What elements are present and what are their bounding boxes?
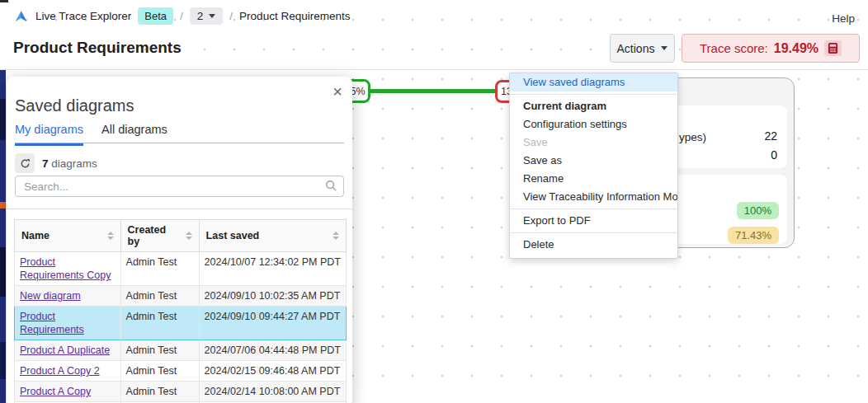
sort-icon[interactable] <box>181 232 192 240</box>
diagram-link[interactable]: Product Requirements Copy <box>20 256 111 281</box>
menu-item-save-as[interactable]: Save as <box>510 152 677 170</box>
diagram-link[interactable]: Product A Copy <box>20 386 91 397</box>
actions-button[interactable]: Actions <box>610 34 675 63</box>
breadcrumb-separator: / <box>180 10 183 22</box>
last-saved-cell: 2024/09/10 09:44:27 AM PDT <box>199 307 346 340</box>
created-by-cell: Admin Test <box>120 252 199 286</box>
trace-link-line <box>363 89 505 93</box>
clipped-left-content <box>0 70 6 403</box>
trace-score-value: 19.49% <box>774 41 818 56</box>
table-row-selected[interactable]: Product Requirements Admin Test 2024/09/… <box>15 307 347 340</box>
sort-icon[interactable] <box>328 232 339 240</box>
page-title: Product Requirements <box>13 39 182 57</box>
table-row[interactable]: New diagram Admin Test 2024/09/10 10:02:… <box>15 286 347 307</box>
tabs-divider <box>15 143 344 143</box>
menu-section-current-diagram: Current diagram <box>510 97 677 115</box>
last-saved-cell: 2024/10/07 12:34:02 PM PDT <box>199 252 346 286</box>
saved-diagrams-table: Name Created by Last saved Product Requi… <box>14 219 347 403</box>
actions-button-label: Actions <box>617 42 655 55</box>
search-icon <box>325 180 337 195</box>
menu-item-rename[interactable]: Rename <box>510 170 677 188</box>
node-badge-text: 5% <box>350 86 365 97</box>
breadcrumb-separator: / <box>229 10 233 22</box>
created-by-cell: Admin Test <box>120 286 199 307</box>
clipped-left-segment <box>0 342 6 379</box>
app-logo-icon <box>13 9 29 24</box>
diagram-count-row: 7 diagrams <box>15 153 97 173</box>
live-trace-explorer-app: { "topbar": { "app_title": "Live Trace E… <box>0 0 868 403</box>
chevron-down-icon <box>661 46 668 50</box>
header-divider <box>0 69 868 70</box>
diagram-link[interactable]: Product Requirements <box>20 311 84 335</box>
table-row[interactable]: Product Requirements Copy Admin Test 202… <box>15 252 347 286</box>
actions-dropdown-menu: View saved diagrams Current diagram Conf… <box>509 73 678 259</box>
menu-item-save[interactable]: Save <box>510 134 677 152</box>
percent-badge-amber: 71.43% <box>728 227 779 244</box>
summary-count-top: 22 <box>764 129 777 143</box>
trace-score-badge: Trace score: 19.49% <box>682 34 860 63</box>
column-header-last-saved[interactable]: Last saved <box>199 220 346 252</box>
created-by-cell: Admin Test <box>120 340 199 361</box>
last-saved-cell: 2024/02/14 10:08:00 AM PDT <box>199 382 346 402</box>
diagram-count-number: 7 <box>42 157 49 170</box>
menu-item-delete[interactable]: Delete <box>510 236 677 254</box>
menu-item-view-saved-diagrams[interactable]: View saved diagrams <box>510 73 677 91</box>
table-row[interactable]: Product A Copy Admin Test 2024/02/14 10:… <box>15 382 347 402</box>
percent-badge-green: 100% <box>737 202 779 219</box>
menu-item-view-traceability-information-model[interactable]: View Traceability Information Model <box>510 188 677 206</box>
clipped-edge-mark <box>0 0 8 2</box>
saved-diagrams-panel: × Saved diagrams My diagrams All diagram… <box>7 77 352 403</box>
diagram-link[interactable]: New diagram <box>20 290 81 302</box>
refresh-button[interactable] <box>15 153 35 173</box>
diagram-link[interactable]: Product A Duplicate <box>20 344 110 356</box>
menu-divider <box>510 94 677 95</box>
created-by-cell: Admin Test <box>120 307 199 340</box>
breadcrumb-current: Product Requirements <box>239 10 350 22</box>
chevron-down-icon <box>209 14 215 18</box>
menu-item-configuration-settings[interactable]: Configuration settings <box>510 115 677 134</box>
menu-divider <box>510 232 677 233</box>
version-dropdown[interactable]: 2 <box>190 7 224 25</box>
search-field-wrap <box>15 176 344 197</box>
table-row[interactable]: Product A Duplicate Admin Test 2024/07/0… <box>15 340 347 361</box>
clipped-left-segment <box>0 202 6 209</box>
table-row[interactable]: Product A Copy 2 Admin Test 2024/02/15 0… <box>15 361 347 382</box>
search-input[interactable] <box>15 176 344 197</box>
help-link[interactable]: Help <box>832 12 855 25</box>
clipped-left-segment <box>0 247 6 297</box>
menu-item-export-to-pdf[interactable]: Export to PDF <box>510 212 677 230</box>
summary-partial-label: ypes) <box>679 131 706 143</box>
menu-divider <box>510 209 677 209</box>
calculator-icon[interactable] <box>824 40 842 56</box>
created-by-cell: Admin Test <box>120 382 199 402</box>
table-header-row: Name Created by Last saved <box>15 220 347 252</box>
app-title: Live Trace Explorer <box>35 10 131 22</box>
column-header-name[interactable]: Name <box>15 220 121 252</box>
column-header-created-by[interactable]: Created by <box>120 220 199 252</box>
refresh-icon <box>20 158 31 169</box>
panel-title: Saved diagrams <box>15 96 134 115</box>
last-saved-cell: 2024/07/06 04:44:48 PM PDT <box>199 340 346 361</box>
created-by-cell: Admin Test <box>120 361 199 382</box>
clipped-left-segment <box>0 99 6 140</box>
version-dropdown-value: 2 <box>197 10 204 22</box>
last-saved-cell: 2024/09/10 10:02:35 AM PDT <box>199 286 346 307</box>
panel-divider <box>7 209 352 209</box>
top-navbar: Live Trace Explorer Beta / 2 / Product R… <box>13 7 350 25</box>
trace-score-label: Trace score: <box>700 41 768 55</box>
diagram-link[interactable]: Product A Copy 2 <box>20 365 100 377</box>
summary-count-bottom: 0 <box>771 148 777 162</box>
sort-icon[interactable] <box>102 232 114 240</box>
beta-badge: Beta <box>138 7 173 25</box>
last-saved-cell: 2024/02/15 09:46:48 AM PDT <box>199 361 346 382</box>
diagram-count-label: diagrams <box>49 157 97 170</box>
close-icon[interactable]: × <box>333 83 342 100</box>
